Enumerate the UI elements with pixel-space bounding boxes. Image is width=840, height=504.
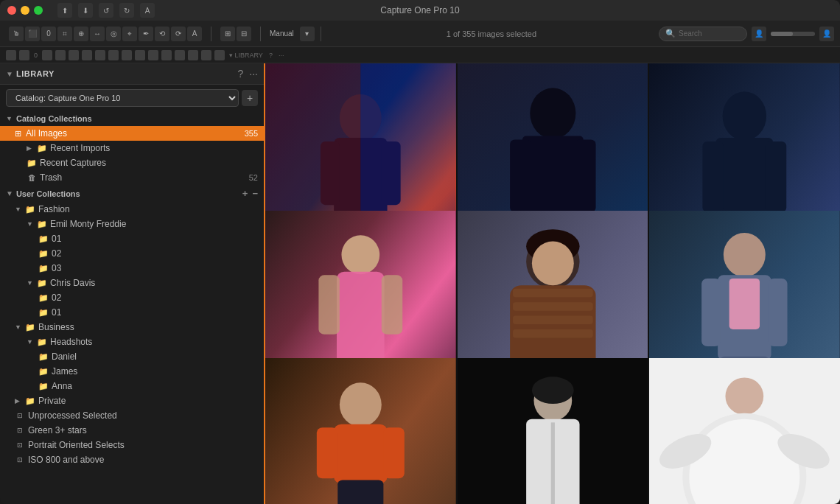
photo-cell-7[interactable]: ★★★★★ MY_MAG_PO_MONTY_V001.jpg [265,358,456,504]
sub-icon-12[interactable] [161,50,172,60]
all-images-count: 355 [245,129,258,138]
tool-btn-2[interactable]: ⬛ [25,27,40,41]
business-label: Business [38,322,74,332]
titlebar-icon-5[interactable]: A [140,3,155,18]
view-btn-1[interactable]: ⊞ [220,27,235,41]
recent-captures-item[interactable]: 📁 Recent Captures [0,155,264,170]
titlebar-icon-2[interactable]: ⬇ [78,3,93,18]
tool-btn-5[interactable]: ↔ [90,27,105,41]
svg-point-10 [530,88,575,139]
svg-rect-36 [513,316,593,324]
sub-icon-16[interactable] [214,50,225,60]
trash-item[interactable]: 🗑 Trash 52 [0,170,264,185]
sub-icon-13[interactable] [175,50,185,60]
uc-remove-btn[interactable]: − [252,188,258,199]
minimize-button[interactable] [21,6,29,15]
user-collections-header[interactable]: ▼ User Collections + − [0,185,264,202]
uc-add-btn[interactable]: + [242,188,248,199]
maximize-button[interactable] [34,6,43,15]
mode-label: Manual [267,29,297,38]
folder-01a-item[interactable]: 📁 01 [0,231,264,246]
svg-rect-58 [550,422,554,504]
anna-item[interactable]: 📁 Anna [0,379,264,393]
fashion-item[interactable]: 📁 Fashion [0,202,264,217]
sub-icon-5[interactable] [69,50,79,60]
tool-btn-8[interactable]: ⟲ [155,27,169,41]
sub-icon-8[interactable] [108,50,119,60]
unprocessed-selected-item[interactable]: ⊡ Unprocessed Selected [0,408,264,423]
smart-icon-3: ⊡ [15,440,25,450]
tool-btn-3[interactable]: 0 [41,27,56,41]
zoom-slider[interactable] [771,32,815,36]
library-collapse-icon[interactable]: ▼ [6,70,13,78]
headshots-item[interactable]: 📁 Headshots [0,335,264,349]
titlebar-icon-1[interactable]: ⬆ [57,3,72,18]
tool-btn-7[interactable]: ✒ [139,27,153,41]
fashion-icon: 📁 [25,205,35,214]
headshots-label: Headshots [50,337,92,347]
catalog-select[interactable]: Catalog: Capture One Pro 10 [6,89,239,107]
catalog-collections-header[interactable]: Catalog Collections [0,111,264,126]
sub-icon-10[interactable] [135,50,145,60]
chris-davis-item[interactable]: 📁 Chris Davis [0,276,264,290]
sub-icon-14[interactable] [188,50,198,60]
svg-point-40 [724,233,766,277]
daniel-item[interactable]: 📁 Daniel [0,349,264,364]
close-button[interactable] [7,6,16,15]
recent-imports-item[interactable]: 📁 Recent Imports [0,141,264,155]
tool-btn-heal[interactable]: ⌖ [122,27,137,41]
settings-icon[interactable]: 👤 [819,27,834,41]
main-layout: ▼ LIBRARY ? ··· Catalog: Capture One Pro… [0,63,840,504]
tool-btn-crop[interactable]: ⌗ [57,27,72,41]
svg-rect-20 [766,141,786,212]
search-box[interactable]: 🔍 Search [659,27,747,41]
sub-icon-1[interactable] [6,50,16,60]
folder-02b-item[interactable]: 📁 02 [0,290,264,305]
all-images-label: All Images [26,128,67,139]
folder-02a-label: 02 [52,248,61,259]
green-3-stars-item[interactable]: ⊡ Green 3+ stars [0,423,264,438]
sub-icon-7[interactable] [95,50,105,60]
private-item[interactable]: 📁 Private [0,393,264,408]
all-images-item[interactable]: ⊞ All Images 355 [0,126,264,141]
sub-icon-4[interactable] [55,50,66,60]
james-label: James [52,366,77,377]
emil-monty-freddie-item[interactable]: 📁 Emil Monty Freddie [0,217,264,231]
portrait-oriented-item[interactable]: ⊡ Portrait Oriented Selects [0,438,264,452]
tool-btn-9[interactable]: ⟳ [171,27,186,41]
sub-icon-11[interactable] [148,50,158,60]
sub-icon-9[interactable] [122,50,132,60]
tool-btn-text[interactable]: A [187,27,202,41]
mode-dropdown[interactable]: ▾ [300,27,315,41]
library-header: ▼ LIBRARY ? ··· [0,63,264,85]
iso-800-item[interactable]: ⊡ ISO 800 and above [0,452,264,467]
sub-icon-3[interactable] [42,50,52,60]
sub-icon-2[interactable] [19,50,29,60]
folder-01b-item[interactable]: 📁 01 [0,305,264,320]
tool-btn-4[interactable]: ⊕ [74,27,88,41]
photo-cell-8[interactable]: ★★★★★ MY_MAG_PO_MONTY_V008.jpg [458,358,648,504]
business-item[interactable]: 📁 Business [0,320,264,335]
titlebar-icon-3[interactable]: ↺ [99,3,113,18]
photo-cell-9[interactable]: ★★★★★ MY_MAG_PO_MONTY_V012.jpg [649,358,840,504]
svg-rect-34 [513,289,593,297]
titlebar-icon-4[interactable]: ↻ [119,3,134,18]
folder-02a-item[interactable]: 📁 02 [0,246,264,261]
sub-icon-15[interactable] [201,50,211,60]
library-title: LIBRARY [16,69,55,78]
private-chevron [15,397,22,405]
toolbar-view-group: ⊞ ⊟ [217,27,254,41]
library-more-btn[interactable]: ··· [249,68,258,80]
james-item[interactable]: 📁 James [0,364,264,379]
titlebar: ⬆ ⬇ ↺ ↻ A Capture One Pro 10 [0,0,840,21]
user-icon[interactable]: 👤 [752,27,766,41]
folder-03a-item[interactable]: 📁 03 [0,261,264,276]
trash-count: 52 [249,173,258,182]
svg-rect-44 [701,279,721,346]
sub-icon-6[interactable] [82,50,92,60]
library-question-btn[interactable]: ? [238,68,244,80]
catalog-add-btn[interactable]: + [242,90,258,106]
view-btn-2[interactable]: ⊟ [237,27,251,41]
tool-btn-6[interactable]: ◎ [106,27,121,41]
tool-btn-1[interactable]: 🖱 [9,27,24,41]
